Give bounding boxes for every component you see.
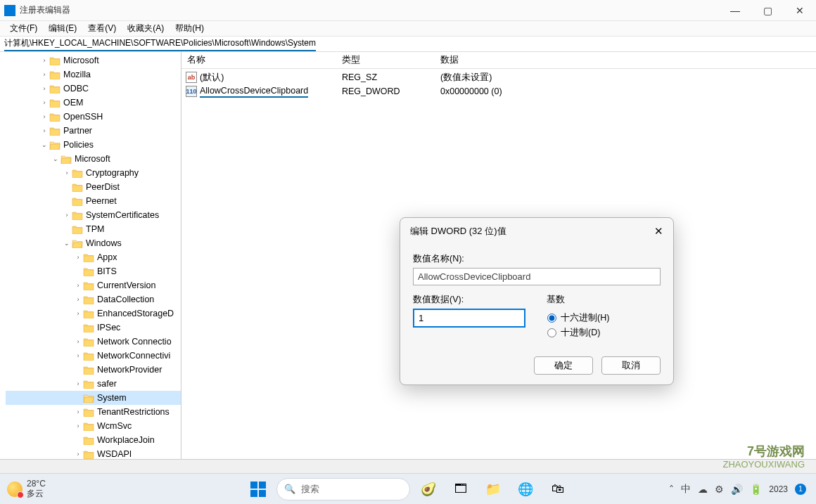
tree-label: OEM — [63, 98, 83, 108]
onedrive-icon[interactable]: ☁ — [698, 484, 708, 495]
col-type[interactable]: 类型 — [336, 52, 435, 68]
tree-item-currentversion[interactable]: ›CurrentVersion — [6, 278, 181, 292]
twisty-icon[interactable]: › — [62, 212, 72, 219]
twisty-icon[interactable]: › — [73, 338, 83, 345]
twisty-icon[interactable]: ⌄ — [51, 155, 60, 162]
tree-item-ipsec[interactable]: ›IPSec — [6, 321, 181, 335]
radio-hex-input[interactable] — [547, 314, 556, 323]
ime-indicator[interactable]: 中 — [681, 483, 691, 496]
radio-dec[interactable]: 十进制(D) — [547, 327, 660, 339]
tree-item-bits[interactable]: ›BITS — [6, 264, 181, 278]
tree-label: System — [97, 393, 127, 403]
menu-help[interactable]: 帮助(H) — [170, 21, 210, 36]
string-value-icon: ab — [186, 72, 197, 83]
taskbar-task-view[interactable]: 🗔 — [447, 475, 475, 503]
twisty-icon[interactable]: › — [73, 352, 83, 359]
tray-chevron-icon[interactable]: ˄ — [669, 484, 674, 495]
twisty-icon[interactable]: › — [73, 310, 83, 317]
address-bar[interactable]: 计算机\HKEY_LOCAL_MACHINE\SOFTWARE\Policies… — [0, 37, 816, 52]
twisty-icon[interactable]: › — [39, 71, 49, 78]
start-button[interactable] — [244, 475, 272, 503]
folder-icon — [83, 281, 94, 290]
tree-item-network-connectio[interactable]: ›Network Connectio — [6, 335, 181, 349]
tree-item-system[interactable]: ›System — [6, 391, 181, 405]
tree-item-peerdist[interactable]: ›PeerDist — [6, 180, 181, 194]
clock-year[interactable]: 2023 — [769, 484, 788, 494]
ok-button[interactable]: 确定 — [534, 356, 593, 375]
twisty-icon[interactable]: › — [39, 99, 49, 106]
tree-item-tpm[interactable]: ›TPM — [6, 222, 181, 236]
taskbar-store[interactable]: 🛍 — [544, 475, 572, 503]
twisty-icon[interactable]: › — [73, 254, 83, 261]
twisty-icon[interactable]: › — [73, 422, 83, 429]
tree-item-tenantrestrictions[interactable]: ›TenantRestrictions — [6, 405, 181, 419]
tree-item-peernet[interactable]: ›Peernet — [6, 194, 181, 208]
twisty-icon[interactable]: › — [62, 169, 72, 176]
tree-label: Policies — [63, 140, 94, 150]
radio-hex[interactable]: 十六进制(H) — [547, 312, 660, 324]
tree-item-systemcertificates[interactable]: ›SystemCertificates — [6, 208, 181, 222]
menu-edit[interactable]: 编辑(E) — [43, 21, 82, 36]
value-row[interactable]: 110AllowCrossDeviceClipboardREG_DWORD0x0… — [181, 84, 816, 98]
value-name-input[interactable] — [413, 268, 661, 285]
base-label: 基数 — [547, 294, 661, 306]
tree-label: NetworkProvider — [97, 365, 162, 375]
tree-label: NetworkConnectivi — [97, 351, 170, 361]
twisty-icon[interactable]: › — [39, 85, 49, 92]
cancel-button[interactable]: 取消 — [601, 356, 661, 375]
value-row[interactable]: ab(默认)REG_SZ(数值未设置) — [181, 70, 816, 84]
tree-item-microsoft[interactable]: ⌄Microsoft — [6, 152, 181, 166]
tree-item-mozilla[interactable]: ›Mozilla — [6, 67, 181, 82]
folder-icon — [49, 56, 60, 65]
twisty-icon[interactable]: › — [73, 380, 83, 387]
twisty-icon[interactable]: › — [39, 127, 49, 134]
weather-widget[interactable]: 28°C 多云 — [7, 479, 46, 498]
tree-item-workplacejoin[interactable]: ›WorkplaceJoin — [6, 433, 181, 447]
taskbar-search[interactable]: 🔍 搜索 — [276, 478, 410, 500]
tree-item-networkprovider[interactable]: ›NetworkProvider — [6, 363, 181, 377]
tree-item-oem[interactable]: ›OEM — [6, 96, 181, 110]
taskbar-explorer[interactable]: 📁 — [479, 475, 507, 503]
menu-favorites[interactable]: 收藏夹(A) — [122, 21, 170, 36]
notification-badge[interactable]: 1 — [795, 484, 806, 495]
twisty-icon[interactable]: › — [39, 113, 49, 120]
folder-icon — [83, 323, 94, 332]
tree-item-datacollection[interactable]: ›DataCollection — [6, 292, 181, 306]
menu-file[interactable]: 文件(F) — [4, 21, 43, 36]
col-name[interactable]: 名称 — [181, 52, 336, 68]
col-data[interactable]: 数据 — [435, 52, 816, 68]
network-icon[interactable]: ⚙ — [715, 484, 724, 495]
twisty-icon[interactable]: ⌄ — [39, 141, 49, 148]
radio-dec-input[interactable] — [547, 328, 556, 337]
tree-item-safer[interactable]: ›safer — [6, 377, 181, 391]
value-data-input[interactable] — [413, 309, 525, 328]
twisty-icon[interactable]: ⌄ — [62, 240, 72, 247]
tree-item-partner[interactable]: ›Partner — [6, 124, 181, 138]
tree-item-odbc[interactable]: ›ODBC — [6, 82, 181, 96]
twisty-icon[interactable]: › — [39, 57, 49, 64]
taskbar-edge[interactable]: 🌐 — [511, 475, 540, 503]
tree-item-microsoft[interactable]: ›Microsoft — [6, 53, 181, 67]
twisty-icon[interactable]: › — [73, 282, 83, 289]
tree-item-wsdapi[interactable]: ›WSDAPI — [6, 447, 181, 459]
tree-item-windows[interactable]: ⌄Windows — [6, 236, 181, 250]
tree-item-wcmsvc[interactable]: ›WcmSvc — [6, 419, 181, 433]
tree-item-enhancedstoraged[interactable]: ›EnhancedStorageD — [6, 306, 181, 321]
tree-item-networkconnectivi[interactable]: ›NetworkConnectivi — [6, 349, 181, 363]
close-button[interactable]: ✕ — [784, 0, 816, 21]
tree-item-cryptography[interactable]: ›Cryptography — [6, 166, 181, 180]
maximize-button[interactable]: ▢ — [751, 0, 784, 21]
twisty-icon[interactable]: › — [73, 451, 83, 458]
tree-item-appx[interactable]: ›Appx — [6, 250, 181, 264]
tree-pane[interactable]: ›Microsoft›Mozilla›ODBC›OEM›OpenSSH›Part… — [0, 52, 181, 459]
twisty-icon[interactable]: › — [73, 296, 83, 303]
volume-icon[interactable]: 🔊 — [731, 484, 743, 495]
battery-icon[interactable]: 🔋 — [750, 484, 762, 495]
menu-view[interactable]: 查看(V) — [82, 21, 122, 36]
twisty-icon[interactable]: › — [73, 408, 83, 415]
tree-item-policies[interactable]: ⌄Policies — [6, 138, 181, 152]
dialog-close-button[interactable]: ✕ — [654, 225, 663, 238]
minimize-button[interactable]: — — [719, 0, 751, 21]
tree-item-openssh[interactable]: ›OpenSSH — [6, 110, 181, 124]
taskbar-app-1[interactable]: 🥑 — [414, 475, 442, 503]
